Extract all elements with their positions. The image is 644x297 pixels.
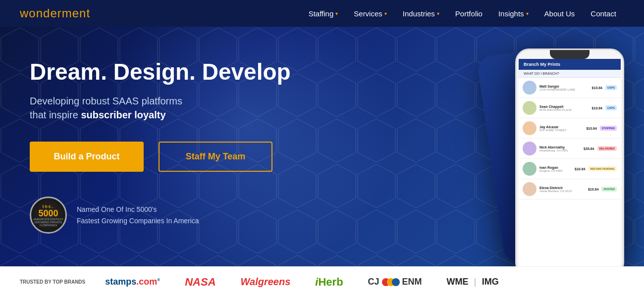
- chevron-down-icon: ▾: [384, 11, 387, 16]
- row-addr-4: Enigma, CA 0002: [539, 169, 572, 172]
- row-addr-2: 910 SOME STREET: [539, 129, 583, 132]
- hero-buttons: Build a Product Staff My Team: [30, 142, 352, 172]
- screen-row-4: Ivan Rogan Enigma, CA 0002 $10.84 REFUND…: [519, 159, 621, 179]
- row-info-1: Sean Chappell 5678 ANOTHER PLACE: [539, 105, 589, 111]
- row-name-4: Ivan Rogan: [539, 166, 572, 169]
- inc-inner: Inc. 5000 AMERICA'S FASTESTGROWING PRIVA…: [33, 204, 63, 227]
- chevron-down-icon: ▾: [335, 11, 338, 16]
- brand-walgreens: Walgreens: [241, 276, 291, 288]
- phone-front: Branch My Prints WHAT DO I BRANCH? Matt …: [515, 49, 624, 266]
- nav-item-portfolio[interactable]: Portfolio: [447, 0, 490, 27]
- avatar-1: [523, 101, 537, 115]
- row-addr-0: 1234 SOMEWHERE LANE: [539, 88, 589, 91]
- row-addr-1: 5678 ANOTHER PLACE: [539, 108, 589, 111]
- screen-subheader: WHAT DO I BRANCH?: [519, 70, 621, 78]
- phone-rows: Matt Sanger 1234 SOMEWHERE LANE $10.84 U…: [519, 78, 621, 199]
- chevron-down-icon: ▾: [526, 11, 529, 16]
- badge-description: Named One Of Inc 5000's Fastest Growing …: [77, 204, 199, 226]
- row-badge-1: USPS: [605, 105, 617, 110]
- nav-item-staffing[interactable]: Staffing ▾: [301, 0, 346, 27]
- row-amount-4: $10.84: [575, 167, 585, 171]
- inc-badge: Inc. 5000 AMERICA'S FASTESTGROWING PRIVA…: [30, 197, 67, 234]
- row-amount-1: $10.84: [592, 106, 602, 110]
- trusted-label: TRUSTED BY TOP BRANDS: [20, 279, 85, 285]
- screen-row-5: Elena Dietrich Santa Barbara, CA 0123 $1…: [519, 179, 621, 199]
- avatar-0: [523, 81, 537, 95]
- hero-subtitle-bold: subscriber loyalty: [81, 109, 165, 120]
- nav-item-industries[interactable]: Industries ▾: [395, 0, 447, 27]
- row-badge-0: USPS: [605, 85, 617, 90]
- row-amount-5: $10.84: [588, 188, 598, 191]
- build-product-button[interactable]: Build a Product: [30, 142, 144, 172]
- row-name-5: Elena Dietrich: [539, 186, 585, 190]
- phone-mockup: stamps .com® Branch My Prints WHAT DO I …: [515, 49, 624, 266]
- screen-row-1: Sean Chappell 5678 ANOTHER PLACE $10.84 …: [519, 98, 621, 118]
- row-name-0: Matt Sanger: [539, 85, 589, 88]
- hero-section: Dream. Design. Develop Developing robust…: [0, 27, 644, 266]
- avatar-4: [523, 162, 537, 176]
- screen-row-0: Matt Sanger 1234 SOMEWHERE LANE $10.84 U…: [519, 78, 621, 98]
- hero-badge: Inc. 5000 AMERICA'S FASTESTGROWING PRIVA…: [30, 197, 352, 234]
- inc-sub-text: AMERICA'S FASTESTGROWING PRIVATECOMPANIE…: [33, 218, 63, 227]
- phone-screen: Branch My Prints WHAT DO I BRANCH? Matt …: [519, 59, 621, 266]
- badge-line1: Named One Of Inc 5000's: [77, 204, 199, 215]
- nav-links: Staffing ▾Services ▾Industries ▾Portfoli…: [301, 0, 624, 27]
- staff-team-button[interactable]: Staff My Team: [159, 142, 272, 172]
- row-addr-3: Heardsburg, CA 0001: [539, 149, 581, 152]
- row-name-1: Sean Chappell: [539, 105, 589, 108]
- avatar-3: [523, 142, 537, 155]
- brand-iherb: iHerb: [315, 276, 343, 289]
- nav-item-services[interactable]: Services ▾: [346, 0, 395, 27]
- row-badge-3: DELIVERED: [597, 146, 617, 151]
- row-name-2: Jay Alcazar: [539, 125, 583, 129]
- navbar: wonderment Staffing ▾Services ▾Industrie…: [0, 0, 644, 27]
- row-badge-4: REFUND PENDING: [588, 166, 617, 171]
- row-amount-0: $10.84: [592, 86, 602, 90]
- hero-subtitle-line1: Developing robust SAAS platforms: [30, 96, 182, 106]
- row-amount-3: $35.84: [584, 147, 594, 150]
- brand-wme: WME | IMG: [447, 277, 499, 287]
- row-badge-5: POSTED: [601, 187, 617, 192]
- hero-subtitle: Developing robust SAAS platforms that in…: [30, 94, 352, 122]
- hero-content: Dream. Design. Develop Developing robust…: [30, 59, 352, 234]
- chevron-down-icon: ▾: [437, 11, 439, 16]
- logo[interactable]: wonderment: [20, 6, 90, 20]
- row-info-2: Jay Alcazar 910 SOME STREET: [539, 125, 583, 132]
- brand-cjenm: CJ ENM: [368, 277, 422, 287]
- avatar-2: [523, 121, 537, 135]
- brand-stamps: stamps.com®: [105, 277, 160, 287]
- inc-number: 5000: [38, 209, 58, 218]
- nav-item-about-us[interactable]: About Us: [537, 0, 583, 27]
- row-badge-2: STOPPED: [600, 126, 617, 131]
- row-info-5: Elena Dietrich Santa Barbara, CA 0123: [539, 186, 585, 193]
- row-amount-2: $10.84: [586, 127, 596, 130]
- row-addr-5: Santa Barbara, CA 0123: [539, 190, 585, 193]
- logo-text: wonderment: [20, 6, 90, 20]
- brand-nasa: NASA: [185, 276, 215, 289]
- screen-row-2: Jay Alcazar 910 SOME STREET $10.84 STOPP…: [519, 118, 621, 139]
- hero-subtitle-line2-plain: that inspire: [30, 109, 81, 120]
- badge-line2: Fastest Growing Companies In America: [77, 215, 199, 226]
- row-info-4: Ivan Rogan Enigma, CA 0002: [539, 166, 572, 172]
- brand-logos: stamps.com® NASA Walgreens iHerb CJ ENM …: [105, 276, 624, 289]
- screen-header: Branch My Prints: [519, 59, 621, 70]
- nav-item-contact[interactable]: Contact: [583, 0, 624, 27]
- phone-notch: [550, 50, 590, 59]
- row-info-3: Nick Abernathy Heardsburg, CA 0001: [539, 146, 581, 152]
- avatar-5: [523, 182, 537, 196]
- row-name-3: Nick Abernathy: [539, 146, 581, 149]
- hero-title: Dream. Design. Develop: [30, 59, 352, 85]
- row-info-0: Matt Sanger 1234 SOMEWHERE LANE: [539, 85, 589, 91]
- screen-row-3: Nick Abernathy Heardsburg, CA 0001 $35.8…: [519, 139, 621, 159]
- nav-item-insights[interactable]: Insights ▾: [490, 0, 537, 27]
- brands-bar: TRUSTED BY TOP BRANDS stamps.com® NASA W…: [0, 266, 644, 297]
